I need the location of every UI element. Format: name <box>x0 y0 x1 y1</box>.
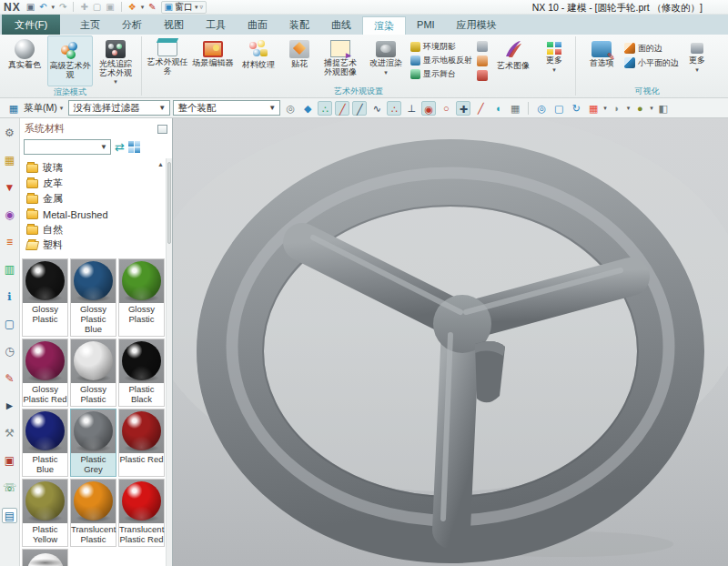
true-shading-button[interactable]: 真实着色 <box>2 35 47 86</box>
collapse-ribbon-icon[interactable]: ▿ <box>200 4 204 11</box>
paste-icon[interactable]: ▣ <box>106 2 114 13</box>
reuse-library-icon[interactable]: ≡ <box>2 235 17 250</box>
menu-button[interactable]: ▦ 菜单(M) ▾ <box>4 100 66 116</box>
tree-item-metal-brushed[interactable]: Metal-Brushed <box>20 207 172 222</box>
add-icon[interactable]: ✚ <box>80 2 87 13</box>
preferences-button[interactable]: 首选项 <box>579 35 624 86</box>
image-export-icon[interactable] <box>477 70 488 81</box>
system-materials-icon[interactable]: ▤ <box>2 508 17 523</box>
show-stage-toggle[interactable]: 显示舞台 <box>409 67 474 81</box>
rotate-view-icon[interactable]: ↻ <box>569 101 583 116</box>
tab-home[interactable]: 主页 <box>69 15 111 35</box>
capture-art-image-button[interactable]: 捕捉艺术 外观图像 <box>318 35 363 86</box>
tree-item-plastic[interactable]: 塑料 <box>20 238 172 253</box>
ambient-shadow-toggle[interactable]: 环境阴影 <box>409 40 474 54</box>
machining-tool-icon[interactable]: ⚒ <box>2 426 17 441</box>
palette-icon[interactable]: ❖ <box>128 2 136 13</box>
snap-grid-icon[interactable]: ▦ <box>508 101 522 116</box>
advanced-art-appearance-button[interactable]: 高级艺术外观 <box>47 35 93 86</box>
swatch-glossy-plastic-red[interactable]: GlossyPlastic Red <box>22 339 68 407</box>
chevron-down-icon[interactable]: ▾ <box>650 105 653 112</box>
tab-view[interactable]: 视图 <box>153 15 195 35</box>
web-info-icon[interactable]: ℹ <box>2 289 17 305</box>
shaded-style-icon[interactable]: ◎ <box>283 101 298 116</box>
scroll-up-icon[interactable]: ▲ <box>157 161 164 167</box>
camera-icon[interactable] <box>477 41 488 52</box>
snapshot-icon[interactable] <box>477 56 488 66</box>
view-layout-icon[interactable]: ▦ <box>586 101 601 116</box>
copy-icon[interactable]: ▢ <box>93 2 101 13</box>
tab-surface[interactable]: 曲面 <box>237 15 278 35</box>
color-pen-icon[interactable]: ✎ <box>2 371 17 387</box>
roles-gear-icon[interactable]: ⚙ <box>2 126 17 141</box>
brush-icon[interactable]: ✎ <box>148 2 156 13</box>
material-search-combo[interactable]: ▼ <box>24 139 111 155</box>
snap-center-icon[interactable]: ◉ <box>421 101 436 116</box>
part-navigator-icon[interactable]: ◉ <box>2 207 17 223</box>
pan-view-icon[interactable]: ◗ <box>610 101 624 116</box>
chevron-down-icon[interactable]: ▾ <box>627 105 631 112</box>
scrollbar-thumb[interactable] <box>167 162 171 244</box>
phone-link-icon[interactable]: ☏ <box>2 480 17 496</box>
history-icon[interactable]: ◷ <box>2 344 17 359</box>
art-settings-more-button[interactable]: 更多 ▾ <box>536 35 572 86</box>
clip-section-icon[interactable]: ◧ <box>656 101 671 116</box>
window-menu-button[interactable]: ▣ 窗口 ▾ ▿ <box>161 1 207 14</box>
snap-curve-icon[interactable]: ∿ <box>369 101 384 116</box>
selection-filter-combo[interactable]: 没有选择过滤器▼ <box>68 100 170 116</box>
snap-point-icon[interactable]: ✚ <box>456 101 470 116</box>
snap-slash-icon[interactable]: ╱ <box>473 101 488 116</box>
improve-render-button[interactable]: 改进渲染 ▾ <box>363 35 409 86</box>
floor-reflection-toggle[interactable]: 显示地板反射 <box>409 54 474 67</box>
selection-tool-icon[interactable]: ► <box>2 399 17 414</box>
tab-file[interactable]: 文件(F) <box>2 15 60 35</box>
zoom-window-icon[interactable]: ◎ <box>534 101 549 116</box>
face-edges-toggle[interactable]: 面的边 <box>624 41 679 56</box>
snap-face-icon[interactable]: ◖ <box>490 101 505 116</box>
snap-scatter-icon[interactable]: ∴ <box>318 101 332 116</box>
tab-application[interactable]: 应用模块 <box>446 15 508 35</box>
group-dialog-arrow-icon[interactable]: ▾ <box>93 77 138 86</box>
solid-cube-icon[interactable]: ◆ <box>300 101 315 116</box>
tree-item-glass[interactable]: 玻璃 <box>20 160 172 176</box>
swatch-glossy-plastic-blue[interactable]: GlossyPlastic Blue <box>70 258 116 337</box>
snap-vertex-icon[interactable]: ⊥ <box>404 101 419 116</box>
render-style-icon[interactable]: ● <box>632 101 647 116</box>
scene-editor-button[interactable]: 场景编辑器 <box>190 35 236 86</box>
tab-render[interactable]: 渲染 <box>362 16 406 35</box>
swatch-plastic-black[interactable]: PlasticBlack <box>118 339 165 407</box>
panel-scrollbar[interactable] <box>166 158 172 566</box>
decal-button[interactable]: 贴花 <box>281 35 318 86</box>
fit-view-icon[interactable]: ▢ <box>551 101 566 116</box>
save-icon[interactable]: ▣ <box>26 2 35 13</box>
swatch-plastic-red[interactable]: Plastic Red <box>118 409 165 477</box>
grid-view-icon[interactable] <box>128 141 140 153</box>
panel-window-icon[interactable] <box>157 125 167 134</box>
tree-item-leather[interactable]: 皮革 <box>20 176 172 191</box>
swatch-glossy-plastic-black[interactable]: GlossyPlastic <box>22 258 68 337</box>
swatch-plastic-blue[interactable]: Plastic Blue <box>22 409 68 477</box>
tab-tools[interactable]: 工具 <box>195 15 237 35</box>
window-view-icon[interactable]: ▣ <box>2 453 17 469</box>
art-appearance-task-button[interactable]: 艺术外观任务 <box>145 35 190 86</box>
swatch-glossy-plastic-green[interactable]: GlossyPlastic <box>118 258 165 337</box>
swap-arrows-icon[interactable]: ⇄ <box>115 141 125 154</box>
ray-traced-art-button[interactable]: 光线追踪 艺术外观 ▾ <box>93 35 138 86</box>
constraint-navigator-icon[interactable]: ▼ <box>2 180 17 196</box>
chevron-down-icon[interactable]: ▾ <box>603 105 607 112</box>
swatch-plastic-grey-selected[interactable]: Plastic Grey <box>70 409 116 477</box>
swatch-glossy-plastic-white[interactable]: GlossyPlastic <box>70 339 116 407</box>
tab-curve[interactable]: 曲线 <box>320 15 362 35</box>
tab-analysis[interactable]: 分析 <box>111 15 153 35</box>
snap-pole-icon[interactable]: ∴ <box>387 101 401 116</box>
art-image-button[interactable]: 艺术图像 <box>490 35 536 86</box>
graphics-viewport[interactable] <box>173 118 728 566</box>
snap-midpoint-icon[interactable]: ╱ <box>352 101 367 116</box>
swatch-partial[interactable] <box>22 549 68 566</box>
swatch-translucent-plastic[interactable]: TranslucentPlastic <box>70 479 116 547</box>
swatch-translucent-plastic-red[interactable]: TranslucentPlastic Red <box>118 479 165 547</box>
swatch-plastic-yellow[interactable]: PlasticYellow <box>22 479 68 547</box>
snap-circle-icon[interactable]: ○ <box>439 101 453 116</box>
material-texture-button[interactable]: 材料纹理 <box>236 35 281 86</box>
file-explorer-icon[interactable]: ▢ <box>2 317 17 332</box>
